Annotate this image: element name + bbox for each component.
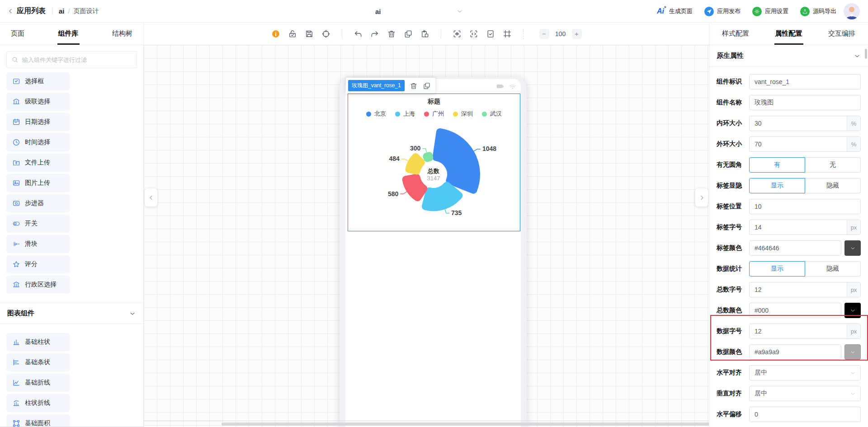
input-组件名称[interactable]: 玫瑰图 (749, 95, 861, 110)
input-水平偏移[interactable]: 0 (749, 407, 861, 422)
component-item-滑块[interactable]: 滑块 (6, 235, 70, 253)
legend-dot (453, 112, 458, 117)
input-标签字号[interactable]: 14px (749, 220, 861, 235)
section-header-图表组件[interactable]: 图表组件 (0, 303, 143, 324)
header-action-generate-page[interactable]: Ai✦生成页面 (657, 7, 693, 15)
inspector-tab-样式配置[interactable]: 样式配置 (721, 23, 750, 45)
collapse-inspector-button[interactable] (695, 188, 708, 206)
input-组件标识[interactable]: vant_rose_1 (749, 74, 861, 89)
inspector-scrollbar[interactable] (865, 49, 867, 59)
back-button[interactable]: 应用列表 (7, 6, 46, 16)
toggle-option-显示[interactable]: 显示 (749, 261, 805, 277)
field-label: 组件标识 (717, 78, 749, 86)
page-selector-dropdown[interactable]: ai (375, 0, 463, 23)
page-check-icon[interactable] (486, 29, 495, 38)
info-icon[interactable] (271, 29, 280, 38)
sidebar-tab-页面[interactable]: 页面 (10, 23, 25, 45)
input-总数颜色[interactable]: #000 (749, 303, 841, 318)
component-item-行政区选择[interactable]: 行政区选择 (6, 276, 70, 294)
sidebar-tab-结构树[interactable]: 结构树 (111, 23, 133, 45)
collapse-sidebar-button[interactable] (145, 188, 157, 206)
component-item-label: 基础柱状 (25, 338, 50, 346)
unit-suffix: px (847, 324, 860, 338)
undo-icon[interactable] (354, 29, 363, 38)
zoom-in-button[interactable]: + (572, 29, 582, 39)
color-swatch-标签颜色[interactable] (844, 240, 861, 256)
component-item-步进器[interactable]: 步进器 (6, 194, 70, 212)
field-label: 组件名称 (717, 99, 749, 107)
component-item-选择框[interactable]: 选择框 (6, 72, 70, 90)
legend-label: 武汉 (490, 110, 502, 118)
frame-icon[interactable] (503, 29, 512, 38)
selected-component-tag[interactable]: 玫瑰图_vant_rose_1 (348, 80, 405, 91)
inspector-tab-交互编排[interactable]: 交互编排 (827, 23, 856, 45)
design-canvas[interactable]: 标题 北京上海广州深圳武汉 1048735580484300总数3147 玫瑰图… (144, 45, 709, 427)
field-label: 标签字号 (717, 223, 749, 231)
zoom-value: 100 (552, 30, 569, 38)
breadcrumb-app[interactable]: ai (59, 7, 65, 15)
field-value: #464646 (750, 244, 841, 252)
field-label: 数据字号 (717, 327, 749, 335)
field-value: vant_rose_1 (750, 78, 860, 85)
target-icon[interactable] (321, 29, 330, 38)
color-swatch-总数颜色[interactable] (844, 303, 861, 318)
component-item-文件上传[interactable]: 文件上传 (6, 154, 70, 172)
component-item-评分[interactable]: 评分 (6, 255, 70, 273)
preview-icon[interactable] (453, 29, 462, 38)
component-item-基础面积[interactable]: 基础面积 (6, 414, 70, 427)
field-value: 12 (750, 286, 847, 293)
component-item-基础条状[interactable]: 基础条状 (6, 353, 70, 371)
component-item-基础柱状[interactable]: 基础柱状 (6, 333, 70, 351)
save-icon[interactable] (305, 29, 314, 38)
input-总数字号[interactable]: 12px (749, 282, 861, 297)
avatar[interactable] (844, 3, 860, 19)
horizontal-scrollbar[interactable] (222, 422, 709, 426)
component-item-柱状折线[interactable]: 柱状折线 (6, 394, 70, 412)
canvas-toolbar: −100+ (144, 23, 709, 45)
component-item-级联选择[interactable]: 级联选择 (6, 93, 70, 111)
component-item-开关[interactable]: 开关 (6, 215, 70, 233)
leader-line (400, 192, 407, 194)
copy-icon[interactable] (404, 29, 413, 38)
header-action-export[interactable]: 源码导出 (800, 7, 836, 16)
select-垂直对齐[interactable]: 居中 (749, 386, 861, 401)
input-外环大小[interactable]: 70% (749, 136, 861, 152)
inspector-tab-属性配置[interactable]: 属性配置 (774, 23, 803, 45)
field-label: 水平偏移 (717, 410, 749, 418)
component-item-图片上传[interactable]: 图片上传 (6, 174, 70, 192)
center-total-label: 总数 (427, 168, 439, 174)
zoom-out-button[interactable]: − (539, 29, 549, 39)
component-item-时间选择[interactable]: 时间选择 (6, 133, 70, 151)
search-input[interactable] (22, 56, 132, 63)
component-item-label: 基础条状 (25, 358, 50, 366)
unlock-icon[interactable] (288, 29, 297, 38)
chevron-down-icon (456, 8, 463, 15)
toggle-option-显示[interactable]: 显示 (749, 178, 805, 193)
select-水平对齐[interactable]: 居中 (749, 365, 861, 380)
color-swatch-数据颜色[interactable] (844, 344, 861, 360)
copy-component-icon[interactable] (423, 82, 431, 90)
code-icon[interactable] (469, 29, 478, 38)
input-数据颜色[interactable]: #a9a9a9 (749, 344, 841, 360)
input-标签颜色[interactable]: #464646 (749, 240, 841, 256)
input-内环大小[interactable]: 30% (749, 116, 861, 131)
native-props-section-header[interactable]: 原生属性 (709, 45, 868, 67)
toggle-option-隐藏[interactable]: 隐藏 (805, 178, 861, 193)
component-item-基础折线[interactable]: 基础折线 (6, 374, 70, 392)
sidebar-tab-组件库[interactable]: 组件库 (57, 23, 80, 45)
trash-icon[interactable] (387, 29, 396, 38)
input-标签位置[interactable]: 10 (749, 199, 861, 214)
rose-chart-component[interactable]: 标题 北京上海广州深圳武汉 1048735580484300总数3147 (348, 94, 520, 231)
paste-icon[interactable] (420, 29, 429, 38)
delete-component-icon[interactable] (410, 82, 418, 90)
toggle-option-无[interactable]: 无 (805, 157, 861, 173)
field-label: 内环大小 (717, 119, 749, 127)
component-item-日期选择[interactable]: 日期选择 (6, 113, 70, 131)
toggle-option-隐藏[interactable]: 隐藏 (805, 261, 861, 277)
redo-icon[interactable] (370, 29, 379, 38)
toggle-option-有[interactable]: 有 (749, 157, 805, 173)
component-item-label: 基础折线 (25, 379, 50, 387)
header-action-settings[interactable]: 应用设置 (752, 7, 788, 16)
header-action-publish[interactable]: 应用发布 (704, 7, 741, 16)
input-数据字号[interactable]: 12px (749, 324, 861, 339)
